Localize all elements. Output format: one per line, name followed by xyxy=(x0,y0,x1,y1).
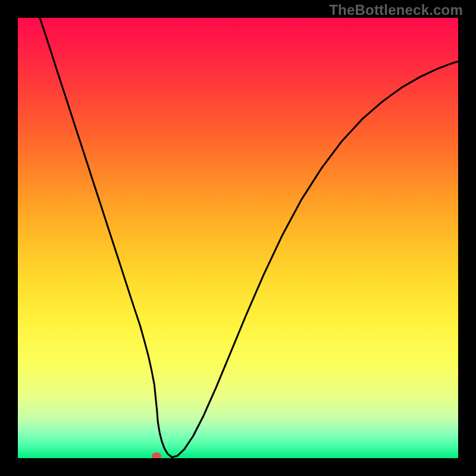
chart-svg xyxy=(18,18,458,458)
chart-container: TheBottleneck.com xyxy=(0,0,476,476)
plot-frame xyxy=(18,18,458,458)
watermark-text: TheBottleneck.com xyxy=(329,2,463,18)
gradient-background xyxy=(18,18,458,458)
